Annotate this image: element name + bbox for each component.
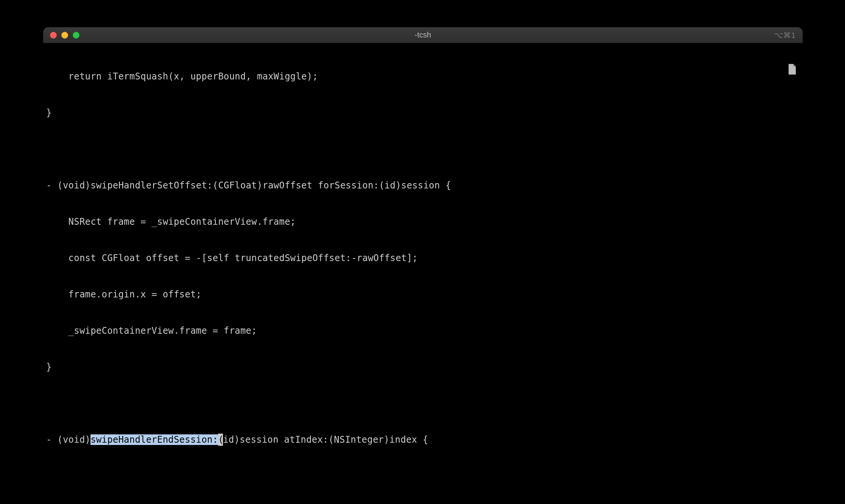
traffic-lights [43, 32, 80, 39]
code-line[interactable]: const CGFloat offset = -[self truncatedS… [46, 252, 800, 264]
code-text[interactable]: id)session atIndex:(NSInteger)index { [223, 434, 428, 445]
code-line[interactable]: frame.origin.x = offset; [46, 288, 800, 300]
window-title: -tcsh [43, 31, 803, 39]
titlebar[interactable]: -tcsh ⌥⌘1 [43, 27, 803, 43]
code-text[interactable]: - (void) [46, 434, 90, 445]
code-line[interactable]: } [46, 361, 800, 373]
text-cursor: ( [218, 434, 223, 446]
maximize-button[interactable] [73, 32, 80, 39]
minimize-button[interactable] [61, 32, 68, 39]
window-shortcut: ⌥⌘1 [774, 31, 796, 40]
selection-highlight[interactable]: swipeHandlerEndSession: [90, 434, 218, 445]
terminal-window: -tcsh ⌥⌘1 return iTermSquash(x, upperBou… [43, 27, 803, 454]
code-line[interactable]: NSRect frame = _swipeContainerView.frame… [46, 216, 800, 228]
code-line[interactable] [46, 397, 800, 409]
document-icon[interactable] [787, 64, 796, 75]
code-line[interactable]: return iTermSquash(x, upperBound, maxWig… [46, 70, 800, 82]
code-line[interactable]: _swipeContainerView.frame = frame; [46, 325, 800, 337]
code-line[interactable] [46, 143, 800, 155]
code-line[interactable]: - (void)swipeHandlerSetOffset:(CGFloat)r… [46, 179, 800, 191]
code-content[interactable]: return iTermSquash(x, upperBound, maxWig… [46, 46, 800, 454]
close-button[interactable] [50, 32, 57, 39]
code-line[interactable]: } [46, 107, 800, 119]
terminal-body[interactable]: return iTermSquash(x, upperBound, maxWig… [43, 43, 803, 454]
code-line[interactable]: - (void)swipeHandlerEndSession:(id)sessi… [46, 434, 800, 446]
